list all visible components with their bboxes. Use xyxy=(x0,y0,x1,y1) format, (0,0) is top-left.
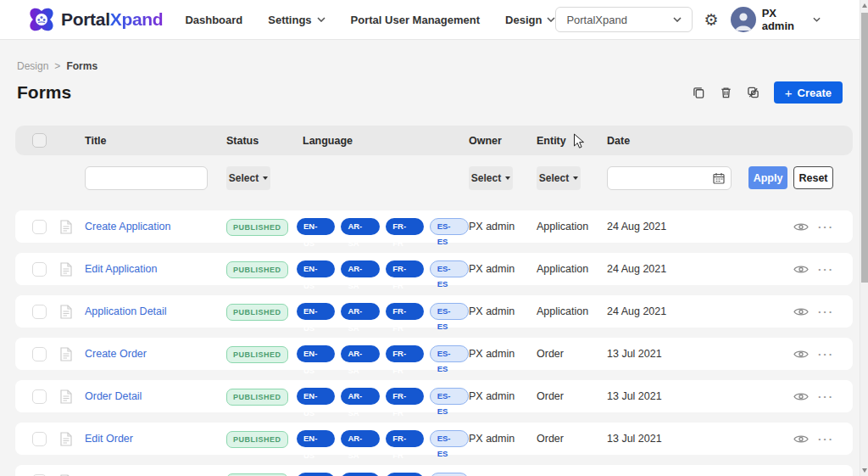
status-badge: PUBLISHED xyxy=(226,346,288,363)
title-row: Forms + Create xyxy=(17,81,843,104)
row-checkbox[interactable] xyxy=(32,347,47,361)
reset-button[interactable]: Reset xyxy=(793,166,833,189)
language-chip[interactable]: EN-US xyxy=(297,303,335,320)
language-chip[interactable]: FR-FR xyxy=(386,430,423,447)
language-chip[interactable]: EN-US xyxy=(297,473,335,476)
nav-item-dashboard[interactable]: Dashboard xyxy=(185,14,242,26)
language-chip[interactable]: FR-FR xyxy=(386,218,423,235)
row-checkbox[interactable] xyxy=(32,220,47,234)
language-chip[interactable]: FR-FR xyxy=(386,303,423,320)
language-chip[interactable]: FR-FR xyxy=(386,260,423,277)
form-title-link[interactable]: Edit Order xyxy=(85,433,226,445)
breadcrumb-parent[interactable]: Design xyxy=(17,60,48,72)
row-menu-icon[interactable]: ··· xyxy=(818,306,834,317)
table-body: Create Application PUBLISHED EN-USAR-SAF… xyxy=(15,210,853,476)
language-chips: EN-USAR-SAFR-FRES-ES xyxy=(297,218,469,235)
language-chip[interactable]: AR-SA xyxy=(341,430,380,447)
language-chip[interactable]: AR-SA xyxy=(341,260,380,277)
column-header-language[interactable]: Language xyxy=(297,135,469,147)
eye-icon[interactable] xyxy=(793,349,809,360)
nav-item-settings[interactable]: Settings xyxy=(268,14,325,26)
form-title-link[interactable]: Order Detail xyxy=(85,390,226,402)
main-nav: Dashboard Settings Portal User Managemen… xyxy=(185,14,555,26)
brand-name: PortalXpand xyxy=(61,9,163,30)
clone-form-icon[interactable] xyxy=(747,86,760,99)
column-header-title[interactable]: Title xyxy=(85,135,226,147)
user-menu[interactable]: PX admin xyxy=(731,7,821,32)
language-chip[interactable]: EN-US xyxy=(297,218,335,235)
row-menu-icon[interactable]: ··· xyxy=(818,221,834,232)
row-menu-icon[interactable]: ··· xyxy=(818,391,834,402)
date-cell: 24 Aug 2021 xyxy=(607,263,780,275)
create-button[interactable]: + Create xyxy=(774,81,843,104)
eye-icon[interactable] xyxy=(793,221,809,232)
trash-icon[interactable] xyxy=(720,86,732,99)
language-chip[interactable]: AR-SA xyxy=(341,303,380,320)
entity-filter-select[interactable]: Select xyxy=(537,166,581,190)
select-all-checkbox[interactable] xyxy=(32,133,47,148)
language-chip[interactable]: ES-ES xyxy=(430,218,469,235)
scroll-down-arrow-icon[interactable] xyxy=(862,468,867,473)
gear-icon[interactable]: ⚙ xyxy=(704,12,719,28)
eye-icon[interactable] xyxy=(793,264,809,275)
avatar xyxy=(731,7,756,32)
row-checkbox[interactable] xyxy=(32,305,47,319)
language-chip[interactable]: EN-US xyxy=(297,345,335,362)
eye-icon[interactable] xyxy=(793,306,809,317)
language-chip[interactable]: EN-US xyxy=(297,260,335,277)
vertical-scrollbar[interactable] xyxy=(860,0,868,476)
portal-selector[interactable]: PortalXpand xyxy=(555,7,692,32)
form-title-link[interactable]: Edit Application xyxy=(85,263,226,275)
column-header-owner[interactable]: Owner xyxy=(469,135,537,147)
status-filter-select[interactable]: Select xyxy=(226,166,270,190)
language-chip[interactable]: ES-ES xyxy=(430,430,469,447)
form-title-link[interactable]: Create Order xyxy=(85,348,226,360)
language-chip[interactable]: EN-US xyxy=(297,430,335,447)
language-chip[interactable]: FR-FR xyxy=(386,473,423,476)
status-badge: PUBLISHED xyxy=(226,473,288,476)
language-chip[interactable]: FR-FR xyxy=(386,345,423,362)
row-actions: ··· xyxy=(780,434,853,445)
language-chip[interactable]: AR-SA xyxy=(341,388,380,405)
row-menu-icon[interactable]: ··· xyxy=(818,349,834,360)
table-row: Order Detail PUBLISHED EN-USAR-SAFR-FRES… xyxy=(15,380,853,412)
language-chip[interactable]: ES-ES xyxy=(430,473,469,476)
title-filter-input[interactable] xyxy=(85,166,208,190)
language-chip[interactable]: AR-SA xyxy=(341,218,380,235)
eye-icon[interactable] xyxy=(793,434,809,445)
calendar-icon[interactable] xyxy=(713,172,725,184)
form-title-link[interactable]: Create Application xyxy=(85,221,226,232)
eye-icon[interactable] xyxy=(793,391,809,402)
copy-icon[interactable] xyxy=(693,86,705,99)
row-checkbox[interactable] xyxy=(32,262,47,277)
owner-filter-select[interactable]: Select xyxy=(469,166,513,190)
date-cell: 13 Jul 2021 xyxy=(607,433,780,445)
language-chip[interactable]: FR-FR xyxy=(386,388,423,405)
row-checkbox[interactable] xyxy=(32,432,47,446)
column-header-entity[interactable]: Entity xyxy=(537,135,607,147)
scrollbar-thumb[interactable] xyxy=(861,13,868,283)
language-chip[interactable]: ES-ES xyxy=(430,345,469,362)
apply-button[interactable]: Apply xyxy=(748,166,787,189)
language-chip[interactable]: AR-SA xyxy=(341,473,380,476)
column-header-status[interactable]: Status xyxy=(226,135,297,147)
row-menu-icon[interactable]: ··· xyxy=(818,264,834,275)
person-icon xyxy=(731,7,756,32)
nav-item-design[interactable]: Design xyxy=(505,14,555,26)
entity-cell: Order xyxy=(537,390,607,402)
language-chip[interactable]: EN-US xyxy=(297,388,335,405)
form-title-link[interactable]: Application Detail xyxy=(85,305,226,317)
owner-cell: PX admin xyxy=(469,348,537,360)
language-chip[interactable]: ES-ES xyxy=(430,260,469,277)
row-checkbox[interactable] xyxy=(32,389,47,404)
column-header-date[interactable]: Date xyxy=(607,135,780,147)
scroll-up-arrow-icon[interactable] xyxy=(862,3,867,8)
language-chip[interactable]: AR-SA xyxy=(341,345,380,362)
row-menu-icon[interactable]: ··· xyxy=(818,434,834,445)
language-chip[interactable]: ES-ES xyxy=(430,388,469,405)
entity-cell: Order xyxy=(537,348,607,360)
nav-item-portal-user-management[interactable]: Portal User Management xyxy=(351,14,480,26)
language-chip[interactable]: ES-ES xyxy=(430,303,469,320)
brand-logo[interactable]: PortalXpand xyxy=(29,7,163,32)
row-actions: ··· xyxy=(780,221,853,232)
